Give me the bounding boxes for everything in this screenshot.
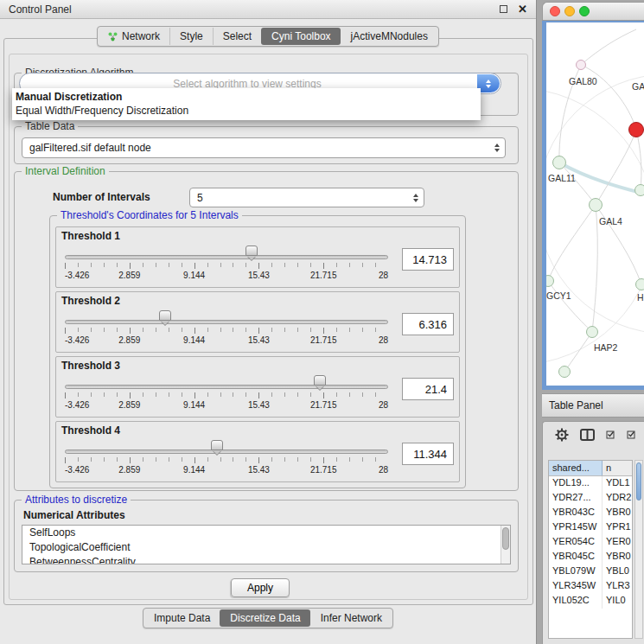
table-scrollbar[interactable]	[634, 460, 643, 639]
table-row[interactable]: YDL19...YDL1	[549, 476, 632, 491]
tab-infer-network[interactable]: Infer Network	[310, 609, 392, 627]
network-node-label: GAL80	[569, 76, 597, 86]
apply-button[interactable]: Apply	[231, 578, 290, 597]
scale-label: 2.859	[118, 335, 140, 345]
network-node[interactable]	[558, 366, 571, 378]
group-title-thresholds: Threshold's Coordinates for 5 Intervals	[57, 209, 242, 221]
stepper-arrows-icon[interactable]	[413, 194, 418, 202]
cell-shared-name: YDL19...	[549, 476, 603, 491]
control-panel-titlebar[interactable]: Control Panel ✕	[0, 0, 536, 19]
dropdown-option-manual-discretization[interactable]: Manual Discretization	[12, 90, 481, 104]
group-title-table-data: Table Data	[22, 120, 78, 132]
slider-track[interactable]	[65, 255, 388, 259]
network-node[interactable]	[634, 184, 644, 196]
tab-jactivemnodules[interactable]: jActiveMNodules	[341, 28, 437, 45]
tab-network[interactable]: Network	[99, 28, 169, 45]
slider-track[interactable]	[65, 450, 388, 454]
group-title-interval-definition: Interval Definition	[22, 165, 109, 177]
table-row[interactable]: YDR27...YDR2	[549, 491, 632, 506]
table-row[interactable]: YPR145WYPR1	[549, 520, 632, 535]
top-tab-segment: NetworkStyleSelectCyni ToolboxjActiveMNo…	[97, 26, 439, 47]
threshold-4-slider[interactable]: -3.4262.8599.14415.4321.71528	[65, 438, 388, 480]
zoom-traffic-light-icon[interactable]	[579, 6, 590, 16]
threshold-2-value-field[interactable]	[402, 313, 454, 335]
tab-select[interactable]: Select	[213, 28, 261, 45]
table-row[interactable]: YIL052CYIL0	[549, 594, 632, 609]
threshold-1-slider[interactable]: -3.4262.8599.14415.4321.71528	[65, 244, 388, 285]
network-node[interactable]	[589, 198, 603, 212]
window-title: Control Panel	[9, 3, 500, 16]
table-panel: shared... n YDL19...YDL1YDR27...YDR2YBR0…	[542, 421, 644, 644]
cell-shared-name: YBR045C	[549, 550, 603, 564]
slider-track[interactable]	[65, 320, 388, 324]
threshold-3-panel: Threshold 3 -3.4262.8599.14415.4321.7152…	[55, 356, 460, 418]
number-of-intervals-combobox[interactable]: 5	[189, 188, 424, 207]
tab-discretize-data[interactable]: Discretize Data	[220, 609, 309, 627]
threshold-3-slider[interactable]: -3.4262.8599.14415.4321.71528	[65, 373, 388, 415]
threshold-3-value-field[interactable]	[402, 378, 454, 400]
slider-scale-labels: -3.4262.8599.14415.4321.71528	[65, 400, 388, 411]
list-scrollbar[interactable]	[501, 526, 510, 564]
network-node[interactable]	[576, 60, 586, 70]
checkbox-icon[interactable]	[627, 430, 636, 442]
scale-label: 2.859	[118, 271, 140, 280]
table-header-row: shared... n	[549, 461, 632, 476]
list-item[interactable]: BetweennessCentrality	[22, 555, 510, 564]
threshold-1-label: Threshold 1	[61, 230, 454, 244]
list-scrollbar-thumb[interactable]	[502, 527, 509, 550]
threshold-4-value-field[interactable]	[402, 443, 454, 465]
dropdown-option-equal-width-frequency[interactable]: Equal Width/Frequency Discretization	[12, 104, 481, 118]
close-traffic-light-icon[interactable]	[550, 6, 560, 16]
list-item[interactable]: SelfLoops	[22, 526, 510, 540]
table-row[interactable]: YLR345WYLR3	[549, 579, 632, 594]
table-row[interactable]: YBR045CYBR0	[549, 550, 632, 564]
minimize-traffic-light-icon[interactable]	[564, 6, 575, 16]
gear-icon[interactable]	[555, 428, 569, 444]
threshold-1-value-field[interactable]	[402, 248, 454, 271]
cell-name: YBL0	[603, 564, 632, 579]
table-row[interactable]: YBR043CYBR0	[549, 506, 632, 520]
network-node[interactable]	[635, 278, 644, 290]
network-node[interactable]	[542, 275, 554, 287]
table-scrollbar-thumb[interactable]	[636, 462, 641, 501]
columns-icon[interactable]	[580, 429, 595, 443]
slider-thumb[interactable]	[245, 245, 258, 256]
list-item[interactable]: TopologicalCoefficient	[22, 540, 510, 555]
bottom-tab-segment: Impute DataDiscretize DataInfer Network	[143, 608, 393, 628]
network-node[interactable]	[628, 122, 644, 137]
network-window-titlebar[interactable]	[542, 2, 644, 21]
node-attribute-table[interactable]: shared... n YDL19...YDL1YDR27...YDR2YBR0…	[548, 460, 633, 639]
cell-name: YLR3	[603, 579, 632, 594]
table-row[interactable]: YBL079WYBL0	[549, 564, 632, 579]
control-panel-window: Control Panel ✕ NetworkStyleSelectCyni T…	[0, 0, 537, 644]
column-header-name[interactable]: n	[603, 461, 632, 475]
network-canvas[interactable]: GAL80GAGAL11GAL4GCY1HHAP2	[542, 21, 644, 390]
interval-definition-group: Interval Definition Number of Intervals …	[14, 171, 519, 491]
tab-impute-data[interactable]: Impute Data	[144, 609, 220, 627]
network-node-label: GCY1	[546, 290, 571, 301]
cell-name: YER0	[603, 535, 632, 550]
slider-thumb[interactable]	[314, 375, 326, 386]
tab-style[interactable]: Style	[169, 28, 213, 45]
slider-thumb[interactable]	[211, 440, 223, 450]
stepper-arrows-icon[interactable]	[494, 143, 500, 152]
table-panel-header[interactable]: Table Panel	[542, 393, 644, 418]
slider-track[interactable]	[65, 385, 388, 389]
scale-label: 15.43	[248, 400, 270, 410]
numerical-attributes-list[interactable]: SelfLoopsTopologicalCoefficientBetweenne…	[22, 525, 511, 564]
slider-major-ticks	[65, 457, 388, 463]
scale-label: 9.144	[183, 400, 205, 410]
close-icon[interactable]: ✕	[518, 3, 527, 16]
threshold-2-slider[interactable]: -3.4262.8599.14415.4321.71528	[65, 309, 388, 350]
network-node[interactable]	[586, 326, 598, 338]
column-header-shared-name[interactable]: shared...	[549, 461, 603, 475]
tab-cyni-toolbox[interactable]: Cyni Toolbox	[261, 28, 340, 45]
slider-thumb[interactable]	[159, 310, 171, 321]
network-node[interactable]	[552, 156, 566, 169]
scale-label: -3.426	[65, 465, 89, 475]
table-data-combobox[interactable]: galFiltered.sif default node	[22, 137, 506, 158]
checkbox-icon[interactable]	[606, 430, 615, 442]
table-row[interactable]: YER054CYER0	[549, 535, 632, 550]
scale-label: 21.715	[310, 400, 337, 410]
float-window-icon[interactable]	[500, 5, 507, 13]
